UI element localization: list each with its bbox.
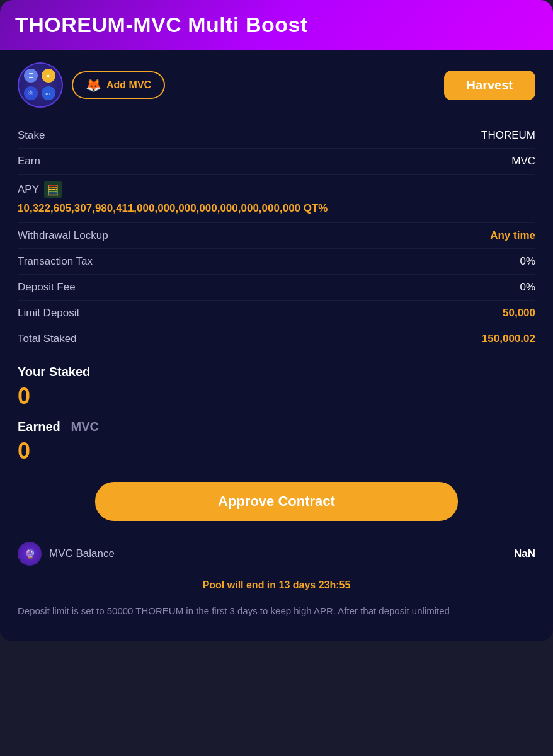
earn-label: Earn [18, 155, 40, 168]
harvest-button[interactable]: Harvest [444, 71, 535, 100]
earn-row: Earn MVC [18, 149, 535, 175]
card-header: THOREUM-MVC Multi Boost [0, 0, 553, 50]
limit-row: Limit Deposit 50,000 [18, 301, 535, 326]
tax-row: Transaction Tax 0% [18, 249, 535, 275]
limit-value: 50,000 [503, 307, 535, 319]
earned-label: Earned MVC [18, 420, 535, 434]
apr-value: 10,322,605,307,980,411,000,000,000,000,0… [18, 201, 535, 216]
mvc-balance-value: NaN [514, 547, 535, 560]
withdrawal-value: Any time [490, 229, 535, 242]
left-group: Ξ ♦ ⚛ ∞ 🦊 Add MVC [18, 62, 165, 108]
page-title: THOREUM-MVC Multi Boost [15, 13, 538, 37]
total-staked-label: Total Staked [18, 333, 77, 345]
deposit-note: Deposit limit is set to 50000 THOREUM in… [18, 597, 535, 629]
earn-value: MVC [511, 155, 535, 168]
apr-label-row: APY 🧮 [18, 181, 535, 198]
card-body: Ξ ♦ ⚛ ∞ 🦊 Add MVC Harvest Stake THOREUM [0, 50, 553, 641]
earned-amount: 0 [18, 438, 535, 464]
calculator-icon[interactable]: 🧮 [44, 181, 62, 198]
earned-label-white: Earned [18, 420, 60, 433]
total-staked-row: Total Staked 150,000.02 [18, 326, 535, 352]
bnb-icon: ♦ [42, 69, 55, 83]
add-mvc-button[interactable]: 🦊 Add MVC [72, 71, 165, 99]
staked-amount: 0 [18, 383, 535, 410]
apr-label: APY [18, 183, 39, 196]
eth-icon: Ξ [24, 69, 38, 83]
approve-contract-button[interactable]: Approve Contract [95, 482, 457, 521]
pool-end-notice: Pool will end in 13 days 23h:55 [18, 573, 535, 597]
link-icon: ∞ [42, 86, 55, 100]
earned-label-gray: MVC [71, 420, 98, 433]
deposit-fee-label: Deposit Fee [18, 281, 76, 294]
atom-icon: ⚛ [24, 86, 38, 100]
tax-label: Transaction Tax [18, 255, 93, 268]
top-row: Ξ ♦ ⚛ ∞ 🦊 Add MVC Harvest [18, 62, 535, 108]
harvest-label: Harvest [467, 78, 513, 92]
withdrawal-row: Withdrawal Lockup Any time [18, 223, 535, 249]
main-card: THOREUM-MVC Multi Boost Ξ ♦ ⚛ ∞ 🦊 Add MV… [0, 0, 553, 641]
apr-section: APY 🧮 10,322,605,307,980,411,000,000,000… [18, 175, 535, 223]
stake-label: Stake [18, 129, 45, 142]
mvc-token-icon: 🔮 [18, 542, 42, 566]
tax-value: 0% [520, 255, 535, 268]
metamask-icon: 🦊 [86, 77, 101, 93]
mvc-balance-row: 🔮 MVC Balance NaN [18, 534, 535, 573]
withdrawal-label: Withdrawal Lockup [18, 229, 108, 242]
stake-row: Stake THOREUM [18, 123, 535, 149]
deposit-fee-value: 0% [520, 281, 535, 294]
mvc-balance-left: 🔮 MVC Balance [18, 542, 115, 566]
mvc-balance-label: MVC Balance [49, 547, 115, 560]
your-staked-title: Your Staked [18, 365, 535, 379]
stake-value: THOREUM [481, 129, 535, 142]
limit-label: Limit Deposit [18, 307, 79, 319]
deposit-fee-row: Deposit Fee 0% [18, 275, 535, 301]
token-avatar: Ξ ♦ ⚛ ∞ [18, 62, 63, 108]
total-staked-value: 150,000.02 [482, 333, 535, 345]
add-mvc-label: Add MVC [106, 79, 151, 91]
